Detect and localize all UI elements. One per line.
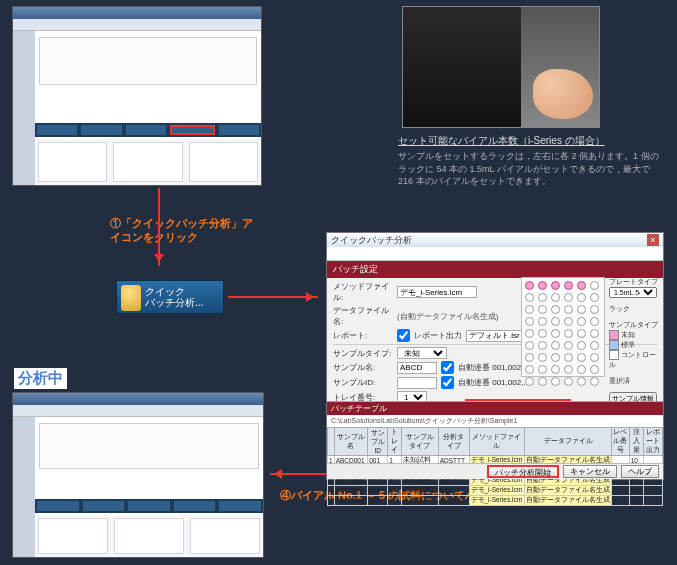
vial-13[interactable] [525, 305, 534, 314]
vial-15[interactable] [551, 305, 560, 314]
vial-41[interactable] [577, 353, 586, 362]
vial-30[interactable] [590, 329, 599, 338]
vial-5[interactable] [577, 281, 586, 290]
mode-button[interactable] [37, 501, 79, 511]
vial-16[interactable] [564, 305, 573, 314]
vial-39[interactable] [551, 353, 560, 362]
vial-3[interactable] [551, 281, 560, 290]
vial-6[interactable] [590, 281, 599, 290]
sample-name-auto-checkbox[interactable] [441, 361, 454, 374]
vial-27[interactable] [551, 329, 560, 338]
sample-type-label: サンプルタイプ: [333, 348, 393, 359]
sample-id-auto-checkbox[interactable] [441, 376, 454, 389]
vial-7[interactable] [525, 293, 534, 302]
vial-19[interactable] [525, 317, 534, 326]
vial-36[interactable] [590, 341, 599, 350]
plate-type-select[interactable]: 1.5mL 54バイアル [609, 287, 657, 298]
vial-50[interactable] [538, 377, 547, 386]
vial-54[interactable] [590, 377, 599, 386]
batch-col-header: レポート出力 [643, 428, 662, 456]
vial-12[interactable] [590, 293, 599, 302]
cancel-button[interactable]: キャンセル [563, 465, 617, 478]
vial-24[interactable] [590, 317, 599, 326]
vial-51[interactable] [551, 377, 560, 386]
help-button[interactable]: ヘルプ [621, 465, 659, 478]
start-batch-button[interactable]: バッチ分析開始 [487, 465, 559, 478]
batch-table-section: バッチテーブル C:\LabSolutions\LabSolutions\クイッ… [327, 401, 663, 463]
table-cell: 10 [629, 496, 643, 506]
mode-button[interactable] [126, 125, 166, 135]
method-file-input[interactable] [397, 286, 477, 298]
vial-26[interactable] [538, 329, 547, 338]
photo-caption: セット可能なバイアル本数（i-Series の場合） サンプルをセットするラック… [398, 134, 660, 188]
vial-33[interactable] [551, 341, 560, 350]
vial-38[interactable] [538, 353, 547, 362]
vial-10[interactable] [564, 293, 573, 302]
vial-46[interactable] [564, 365, 573, 374]
vial-37[interactable] [525, 353, 534, 362]
sample-id-label: サンプルID: [333, 377, 393, 388]
arrow-to-dialog [228, 296, 318, 298]
vial-40[interactable] [564, 353, 573, 362]
vial-49[interactable] [525, 377, 534, 386]
sample-id-input[interactable] [397, 377, 437, 389]
vial-45[interactable] [551, 365, 560, 374]
table-row[interactable]: 4ABCD0040041未知試料ADSTTTデモ_i-Series.lcm自動デ… [328, 486, 663, 496]
vial-rack-map[interactable] [521, 277, 605, 377]
mode-button[interactable] [83, 501, 125, 511]
vial-34[interactable] [564, 341, 573, 350]
sample-type-select[interactable]: 未知 [397, 347, 447, 359]
batch-col-header: 分析タイプ [438, 428, 469, 456]
vial-21[interactable] [551, 317, 560, 326]
report-file-input[interactable] [466, 330, 526, 342]
app-main [35, 417, 263, 557]
vial-53[interactable] [577, 377, 586, 386]
mode-button[interactable] [37, 125, 77, 135]
vial-32[interactable] [538, 341, 547, 350]
close-icon[interactable]: × [647, 234, 659, 246]
vial-35[interactable] [577, 341, 586, 350]
vial-18[interactable] [590, 305, 599, 314]
vial-47[interactable] [577, 365, 586, 374]
vial-17[interactable] [577, 305, 586, 314]
vial-8[interactable] [538, 293, 547, 302]
vial-2[interactable] [538, 281, 547, 290]
mode-button[interactable] [219, 125, 259, 135]
vial-9[interactable] [551, 293, 560, 302]
lower-panels [35, 515, 263, 557]
vial-31[interactable] [525, 341, 534, 350]
report-output-checkbox[interactable] [397, 329, 410, 342]
sample-name-input[interactable] [397, 362, 437, 374]
vial-4[interactable] [564, 281, 573, 290]
quick-batch-icon [121, 285, 141, 311]
dialog-titlebar: クイックバッチ分析 × [327, 233, 663, 247]
mode-button[interactable] [81, 125, 121, 135]
quick-batch-analysis-button[interactable]: クイック バッチ分析... [116, 280, 224, 314]
vial-42[interactable] [590, 353, 599, 362]
dialog-toolbar [327, 247, 663, 261]
vial-1[interactable] [525, 281, 534, 290]
sample-type-legend-label: サンプルタイプ [609, 320, 659, 330]
vial-43[interactable] [525, 365, 534, 374]
quick-batch-mode-button[interactable] [170, 125, 214, 135]
table-row[interactable]: 5ABCD0050051未知試料ADSTTTデモ_i-Series.lcm自動デ… [328, 496, 663, 506]
table-cell [612, 496, 629, 506]
vial-20[interactable] [538, 317, 547, 326]
hand-icon [533, 69, 593, 119]
vial-23[interactable] [577, 317, 586, 326]
vial-29[interactable] [577, 329, 586, 338]
vial-44[interactable] [538, 365, 547, 374]
mode-button[interactable] [128, 501, 170, 511]
vial-48[interactable] [590, 365, 599, 374]
mode-button[interactable] [174, 501, 216, 511]
vial-25[interactable] [525, 329, 534, 338]
panel [114, 518, 184, 554]
vial-52[interactable] [564, 377, 573, 386]
mode-bar [35, 499, 263, 513]
vial-11[interactable] [577, 293, 586, 302]
vial-28[interactable] [564, 329, 573, 338]
mode-button[interactable] [219, 501, 261, 511]
vial-14[interactable] [538, 305, 547, 314]
panel [38, 142, 107, 182]
vial-22[interactable] [564, 317, 573, 326]
